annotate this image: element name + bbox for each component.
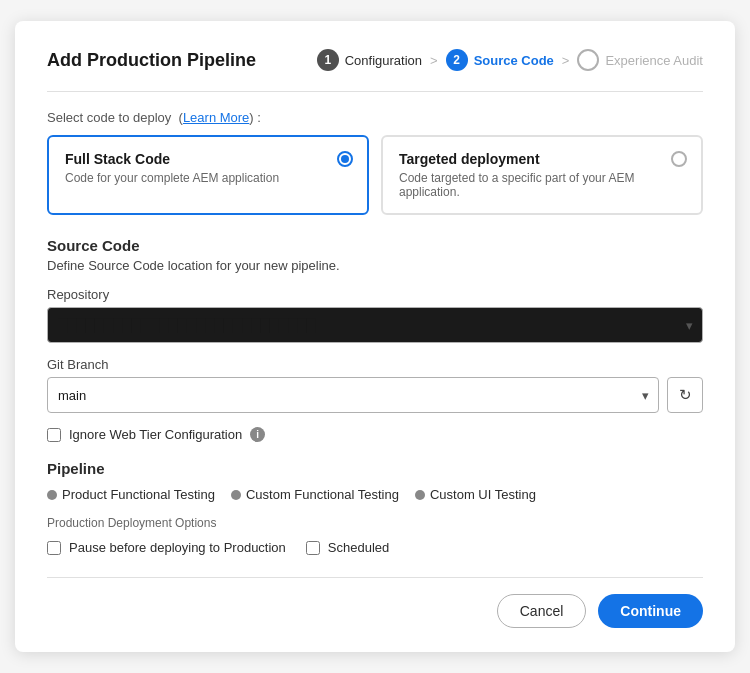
- scheduled-label: Scheduled: [328, 540, 389, 555]
- ignore-web-tier-label: Ignore Web Tier Configuration: [69, 427, 242, 442]
- ignore-web-tier-info-icon[interactable]: i: [250, 427, 265, 442]
- step-circle-source-code: 2: [446, 49, 468, 71]
- deploy-checkboxes: Pause before deploying to Production Sch…: [47, 538, 703, 555]
- ignore-web-tier-row: Ignore Web Tier Configuration i: [47, 427, 703, 442]
- ignore-web-tier-checkbox[interactable]: [47, 428, 61, 442]
- badge-custom-ui: Custom UI Testing: [415, 487, 536, 502]
- git-branch-refresh-button[interactable]: ↻: [667, 377, 703, 413]
- badge-label-custom-functional: Custom Functional Testing: [246, 487, 399, 502]
- git-branch-select[interactable]: main: [47, 377, 659, 413]
- pause-label: Pause before deploying to Production: [69, 540, 286, 555]
- git-branch-row: main ▾ ↻: [47, 377, 703, 413]
- repository-select[interactable]: ████████████████████████████: [47, 307, 703, 343]
- code-option-full-stack[interactable]: Full Stack Code Code for your complete A…: [47, 135, 369, 215]
- step-configuration: 1 Configuration: [317, 49, 422, 71]
- step-source-code: 2 Source Code: [446, 49, 554, 71]
- full-stack-desc: Code for your complete AEM application: [65, 171, 351, 185]
- continue-button[interactable]: Continue: [598, 594, 703, 628]
- modal-header: Add Production Pipeline 1 Configuration …: [47, 49, 703, 71]
- badge-label-product: Product Functional Testing: [62, 487, 215, 502]
- code-options: Full Stack Code Code for your complete A…: [47, 135, 703, 215]
- repository-wrapper: ████████████████████████████ ▾: [47, 307, 703, 343]
- source-code-desc: Define Source Code location for your new…: [47, 258, 703, 273]
- source-code-title: Source Code: [47, 237, 703, 254]
- full-stack-radio[interactable]: [337, 151, 353, 167]
- repository-label: Repository: [47, 287, 703, 302]
- step-circle-experience-audit: [577, 49, 599, 71]
- step-label-source-code: Source Code: [474, 53, 554, 68]
- step-circle-configuration: 1: [317, 49, 339, 71]
- modal-title: Add Production Pipeline: [47, 50, 256, 71]
- targeted-desc: Code targeted to a specific part of your…: [399, 171, 685, 199]
- git-branch-label: Git Branch: [47, 357, 703, 372]
- footer: Cancel Continue: [47, 577, 703, 628]
- pause-row: Pause before deploying to Production: [47, 540, 286, 555]
- full-stack-title: Full Stack Code: [65, 151, 351, 167]
- badge-dot-custom-ui: [415, 490, 425, 500]
- pipeline-badges: Product Functional Testing Custom Functi…: [47, 487, 703, 502]
- code-option-targeted[interactable]: Targeted deployment Code targeted to a s…: [381, 135, 703, 215]
- badge-dot-custom-functional: [231, 490, 241, 500]
- pause-checkbox[interactable]: [47, 541, 61, 555]
- scheduled-checkbox[interactable]: [306, 541, 320, 555]
- targeted-radio[interactable]: [671, 151, 687, 167]
- pipeline-section-title: Pipeline: [47, 460, 703, 477]
- badge-product-functional: Product Functional Testing: [47, 487, 215, 502]
- targeted-title: Targeted deployment: [399, 151, 685, 167]
- refresh-icon: ↻: [679, 386, 692, 404]
- cancel-button[interactable]: Cancel: [497, 594, 587, 628]
- step-label-configuration: Configuration: [345, 53, 422, 68]
- stepper: 1 Configuration > 2 Source Code > Experi…: [317, 49, 703, 71]
- step-arrow-2: >: [562, 53, 570, 68]
- badge-custom-functional: Custom Functional Testing: [231, 487, 399, 502]
- add-production-pipeline-modal: Add Production Pipeline 1 Configuration …: [15, 21, 735, 652]
- header-divider: [47, 91, 703, 92]
- deploy-options-label: Production Deployment Options: [47, 516, 703, 530]
- learn-more-link[interactable]: Learn More: [183, 110, 249, 125]
- badge-dot-product: [47, 490, 57, 500]
- scheduled-row: Scheduled: [306, 540, 389, 555]
- step-experience-audit: Experience Audit: [577, 49, 703, 71]
- step-arrow-1: >: [430, 53, 438, 68]
- git-branch-wrapper: main ▾: [47, 377, 659, 413]
- select-code-label: Select code to deploy (Learn More) :: [47, 110, 703, 125]
- step-label-experience-audit: Experience Audit: [605, 53, 703, 68]
- badge-label-custom-ui: Custom UI Testing: [430, 487, 536, 502]
